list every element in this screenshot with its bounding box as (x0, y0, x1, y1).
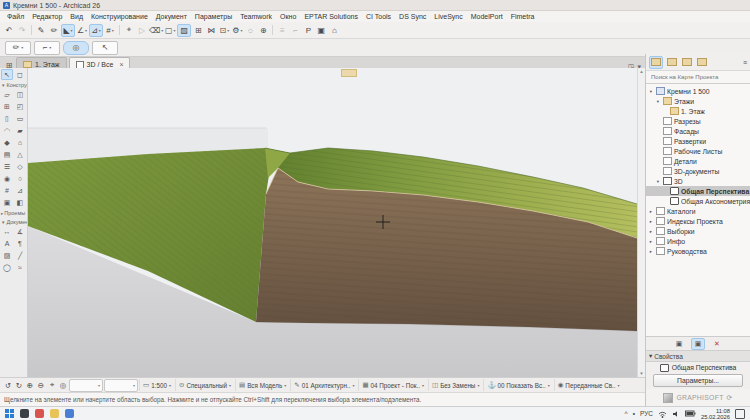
scroll-up-icon[interactable]: ▲ (639, 69, 643, 74)
slope-tool-icon[interactable]: ◣ (61, 24, 75, 37)
text-tool[interactable]: A (1, 238, 13, 249)
arrow-mode-button[interactable]: ↖ (92, 41, 118, 55)
angle-dimension-tool[interactable]: ∡ (14, 226, 26, 237)
tree-item-interior-elevations[interactable]: Развертки (646, 136, 750, 146)
refresh-icon[interactable]: ⟳ (727, 394, 733, 402)
tree-item-details[interactable]: Детали (646, 156, 750, 166)
orbit-icon[interactable]: ◎ (58, 380, 68, 391)
canvas-scrollbar[interactable]: ▲ ▼ (637, 68, 645, 377)
tree-item-stories[interactable]: ▾Этажи (646, 96, 750, 106)
pen-icon[interactable]: ✎ (35, 24, 47, 36)
redo-icon[interactable]: ↷ (16, 24, 28, 36)
highlight-toggle[interactable]: ◎ (63, 41, 89, 55)
menu-view[interactable]: Вид (66, 13, 87, 20)
target-icon[interactable]: ⌖ (123, 24, 135, 36)
zoom-tool-icon[interactable]: ⊕ (257, 24, 269, 36)
undo-icon[interactable]: ↶ (3, 24, 15, 36)
graphic-override-dropdown[interactable]: ◫Без Замены (428, 379, 482, 391)
taskbar-app-1[interactable] (20, 409, 29, 418)
zone-tool[interactable]: ▣ (1, 197, 13, 208)
menu-options[interactable]: Параметры (191, 13, 236, 20)
ramp-tool[interactable]: △ (14, 149, 26, 160)
line-tool[interactable]: ╱ (14, 250, 26, 261)
taskbar-app-4[interactable] (65, 409, 74, 418)
mesh-tool[interactable]: ⌂ (14, 137, 26, 148)
object-tool[interactable]: ◉ (1, 173, 13, 184)
publish-icon[interactable]: P (302, 24, 314, 36)
morph-tool[interactable]: ▤ (1, 149, 13, 160)
zoom-percent-dropdown[interactable] (69, 379, 103, 392)
wall-tool[interactable]: ▱ (1, 89, 13, 100)
zoom-forward-icon[interactable]: ↻ (14, 380, 24, 391)
corner-icon[interactable]: ⌐ (289, 24, 301, 36)
taskbar-app-3[interactable] (50, 409, 59, 418)
dimension-tool[interactable]: ↔ (1, 226, 13, 237)
toolbox-section-openings[interactable]: ▸Проемы (0, 208, 27, 217)
roof-tool[interactable]: ◆ (1, 137, 13, 148)
slab-tool[interactable]: ▰ (14, 125, 26, 136)
menu-citools[interactable]: CI Tools (362, 13, 395, 20)
column-tool[interactable]: ▯ (1, 113, 13, 124)
shell-tool[interactable]: ◠ (1, 125, 13, 136)
properties-header[interactable]: ▾ Свойства (646, 350, 750, 362)
angle-tool-icon[interactable]: ∠ (76, 24, 88, 36)
project-map-icon[interactable] (649, 56, 663, 69)
menu-livesync[interactable]: LiveSync (430, 13, 466, 20)
layer-combination-dropdown[interactable]: ⊙Специальный (175, 379, 234, 391)
menu-eptar[interactable]: EPTAR Solutions (300, 13, 362, 20)
stair-tool[interactable]: ☰ (1, 161, 13, 172)
tree-item-info[interactable]: ▸Инфо (646, 236, 750, 246)
tree-item-lists[interactable]: ▸Выборки (646, 226, 750, 236)
notification-center-icon[interactable] (735, 409, 745, 419)
geometry-method-dropdown[interactable]: ⌐ (34, 41, 60, 55)
element-settings-dropdown[interactable]: ✏ (5, 41, 31, 55)
door-tool[interactable]: ◫ (14, 89, 26, 100)
clock[interactable]: 11:08 25.02.2026 (701, 408, 730, 420)
tree-item-schedules[interactable]: ▸Каталоги (646, 206, 750, 216)
list-icon[interactable]: ≡ (276, 24, 288, 36)
run-icon[interactable]: ▷ (136, 24, 148, 36)
grid-tool[interactable]: # (1, 185, 13, 196)
zoom-history-icon[interactable]: ↺ (3, 380, 13, 391)
renovation-filter-dropdown[interactable]: ⚓00 Показать Вс.. (483, 379, 552, 391)
lock-icon[interactable]: ▢ (164, 24, 176, 36)
menu-document[interactable]: Документ (152, 13, 191, 20)
magic-wand-icon[interactable]: ⊡ (218, 24, 230, 36)
marquee-tool[interactable]: ◻ (14, 69, 26, 80)
layout-book-icon[interactable] (681, 57, 693, 68)
tree-item-project[interactable]: ▾Кремни 1 500 (646, 86, 750, 96)
taskbar-app-2[interactable] (35, 409, 44, 418)
menu-teamwork[interactable]: Teamwork (236, 13, 276, 20)
structure-display-dropdown[interactable]: ▤Вся Модель (235, 379, 289, 391)
arrow-tool[interactable]: ↖ (1, 69, 13, 80)
dashed-circle-icon[interactable]: ◌ (244, 24, 256, 36)
orientation-dropdown[interactable] (104, 379, 138, 392)
tree-item-3d-documents[interactable]: 3D-документы (646, 166, 750, 176)
railing-tool[interactable]: ◇ (14, 161, 26, 172)
tree-item-worksheets[interactable]: Рабочие Листы (646, 146, 750, 156)
tree-item-generic-perspective[interactable]: Общая Перспектива (646, 186, 750, 196)
menu-edit[interactable]: Редактор (28, 13, 66, 20)
tray-expand-icon[interactable]: ^ (625, 410, 628, 417)
fill-tool[interactable]: ▨ (1, 250, 13, 261)
toolbox-section-document[interactable]: ▼Документирование (0, 217, 27, 226)
scroll-down-icon[interactable]: ▼ (639, 371, 643, 376)
tree-item-3d[interactable]: ▾3D (646, 176, 750, 186)
settings-button[interactable]: Параметры... (653, 374, 743, 387)
navigator-menu-icon[interactable]: ≡ (743, 57, 747, 68)
tree-item-sections[interactable]: Разрезы (646, 116, 750, 126)
speaker-icon[interactable] (672, 410, 680, 418)
settings-gear-icon[interactable]: ⚙ (231, 24, 243, 36)
wifi-icon[interactable] (658, 410, 667, 418)
zoom-out-icon[interactable]: ⊖ (36, 380, 46, 391)
gravity-tool-icon[interactable]: ⊿ (89, 24, 103, 37)
label-tool[interactable]: ¶ (14, 238, 26, 249)
menu-window[interactable]: Окно (276, 13, 300, 20)
menu-file[interactable]: Файл (3, 13, 28, 20)
battery-icon[interactable] (685, 410, 696, 417)
menu-fimetra[interactable]: Fimetra (507, 13, 539, 20)
transferred-settings-dropdown[interactable]: ◉Переданные Св.. (554, 379, 623, 391)
grid-snap-icon[interactable]: # (104, 24, 116, 36)
spline-tool[interactable]: ≈ (14, 262, 26, 273)
tree-item-elevations[interactable]: Фасады (646, 126, 750, 136)
